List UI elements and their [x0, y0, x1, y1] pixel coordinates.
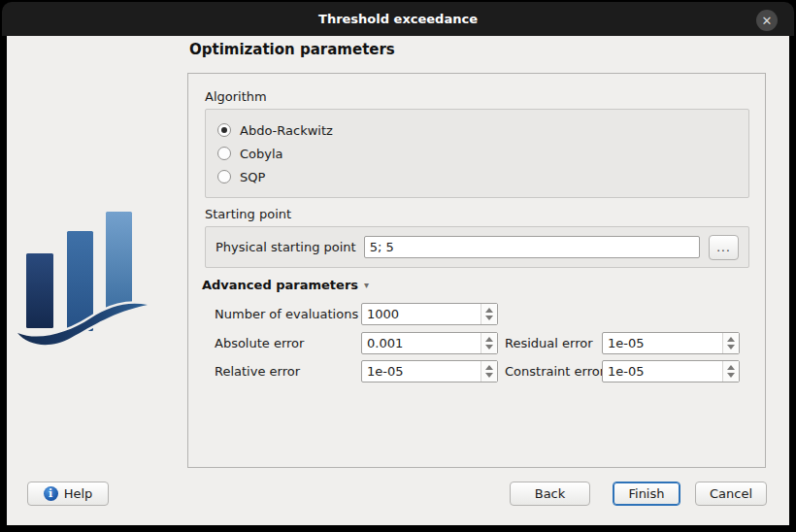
page-title: Optimization parameters	[189, 41, 395, 58]
spinner-buttons	[481, 304, 497, 324]
spin-up-icon[interactable]	[485, 365, 493, 370]
spinner-buttons	[481, 333, 497, 353]
radio-label: SQP	[240, 170, 265, 184]
radio-cobyla[interactable]: Cobyla	[217, 142, 737, 165]
close-icon[interactable]: ✕	[756, 10, 778, 31]
back-button[interactable]: Back	[510, 482, 590, 506]
physical-starting-point-label: Physical starting point	[216, 240, 356, 254]
spinner-buttons	[481, 361, 497, 382]
starting-point-groupbox: Physical starting point ...	[205, 226, 749, 268]
radio-button-icon	[217, 170, 231, 183]
radio-label: Abdo-Rackwitz	[240, 123, 333, 138]
radio-button-icon	[217, 123, 231, 137]
browse-button[interactable]: ...	[709, 235, 739, 260]
algorithm-section-label: Algorithm	[205, 89, 267, 104]
finish-button[interactable]: Finish	[613, 482, 680, 506]
advanced-parameters-label: Advanced parameters	[202, 278, 358, 292]
spin-up-icon[interactable]	[727, 337, 735, 342]
relative-error-input[interactable]	[362, 361, 481, 382]
window-title: Threshold exceedance	[318, 12, 478, 26]
residual-error-label: Residual error	[505, 332, 593, 354]
spinner-buttons	[722, 333, 739, 353]
app-logo-chart-icon	[15, 207, 152, 350]
chevron-down-icon: ▾	[364, 280, 369, 290]
radio-button-icon	[217, 147, 231, 160]
number-of-evaluations-input[interactable]	[362, 304, 481, 324]
radio-label: Cobyla	[240, 147, 283, 161]
radio-sqp[interactable]: SQP	[217, 165, 737, 188]
advanced-parameters-toggle[interactable]: Advanced parameters ▾	[202, 278, 369, 292]
cancel-button-label: Cancel	[710, 486, 752, 501]
back-button-label: Back	[535, 486, 566, 501]
titlebar: Threshold exceedance ✕	[2, 2, 794, 36]
absolute-error-label: Absolute error	[215, 332, 304, 354]
number-of-evaluations-spinbox	[361, 303, 498, 325]
spin-down-icon[interactable]	[485, 345, 493, 349]
absolute-error-input[interactable]	[362, 333, 481, 353]
wizard-page-frame: Algorithm Abdo-Rackwitz Cobyla SQP Start…	[187, 73, 766, 468]
relative-error-spinbox	[361, 360, 498, 382]
spin-up-icon[interactable]	[485, 337, 493, 342]
help-button[interactable]: i Help	[27, 482, 109, 506]
spin-down-icon[interactable]	[727, 345, 735, 349]
spin-up-icon[interactable]	[727, 365, 735, 370]
absolute-error-spinbox	[361, 332, 498, 354]
residual-error-spinbox	[602, 332, 740, 354]
dialog-body: Optimization parameters Algorithm Abdo-R…	[7, 36, 789, 525]
radio-abdo-rackwitz[interactable]: Abdo-Rackwitz	[217, 118, 737, 142]
residual-error-input[interactable]	[603, 333, 722, 353]
help-button-label: Help	[64, 486, 93, 501]
constraint-error-label: Constraint error	[505, 360, 605, 382]
info-icon: i	[44, 486, 58, 501]
spin-down-icon[interactable]	[727, 373, 735, 378]
spin-down-icon[interactable]	[485, 316, 493, 320]
physical-starting-point-input[interactable]	[364, 236, 700, 258]
cancel-button[interactable]: Cancel	[695, 482, 767, 506]
number-of-evaluations-label: Number of evaluations	[215, 303, 358, 325]
spin-up-icon[interactable]	[485, 308, 493, 313]
relative-error-label: Relative error	[215, 360, 300, 382]
finish-button-label: Finish	[628, 486, 664, 501]
constraint-error-input[interactable]	[603, 361, 722, 382]
starting-point-section-label: Starting point	[205, 207, 291, 221]
constraint-error-spinbox	[602, 360, 740, 382]
algorithm-groupbox: Abdo-Rackwitz Cobyla SQP	[205, 109, 749, 198]
spinner-buttons	[722, 361, 739, 382]
spin-down-icon[interactable]	[485, 373, 493, 378]
